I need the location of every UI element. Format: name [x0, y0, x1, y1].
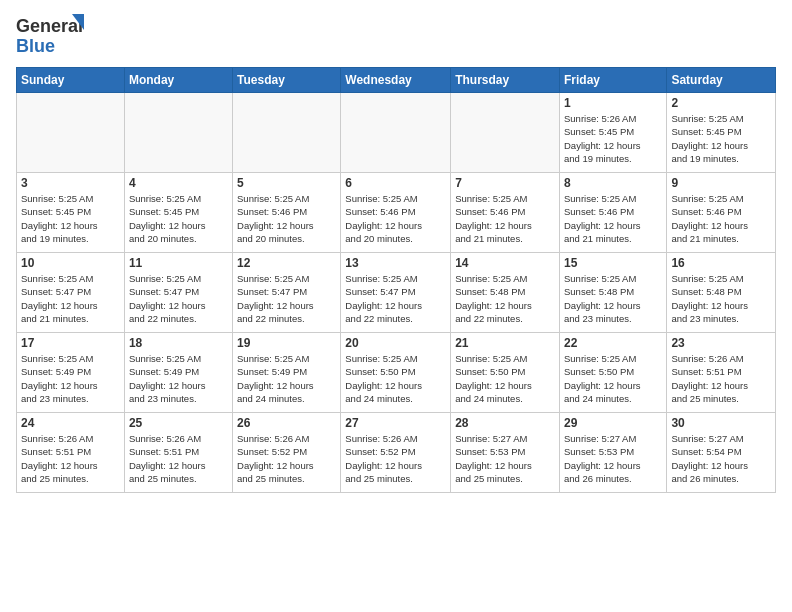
day-cell: 1Sunrise: 5:26 AM Sunset: 5:45 PM Daylig…: [559, 93, 666, 173]
day-info: Sunrise: 5:27 AM Sunset: 5:54 PM Dayligh…: [671, 432, 771, 485]
day-number: 1: [564, 96, 662, 110]
day-number: 4: [129, 176, 228, 190]
day-cell: [17, 93, 125, 173]
day-number: 16: [671, 256, 771, 270]
weekday-header-thursday: Thursday: [451, 68, 560, 93]
day-number: 24: [21, 416, 120, 430]
day-info: Sunrise: 5:25 AM Sunset: 5:45 PM Dayligh…: [21, 192, 120, 245]
day-number: 8: [564, 176, 662, 190]
day-cell: 13Sunrise: 5:25 AM Sunset: 5:47 PM Dayli…: [341, 253, 451, 333]
day-cell: 4Sunrise: 5:25 AM Sunset: 5:45 PM Daylig…: [124, 173, 232, 253]
page: GeneralBlue SundayMondayTuesdayWednesday…: [0, 0, 792, 503]
day-number: 23: [671, 336, 771, 350]
day-info: Sunrise: 5:27 AM Sunset: 5:53 PM Dayligh…: [455, 432, 555, 485]
day-info: Sunrise: 5:26 AM Sunset: 5:51 PM Dayligh…: [129, 432, 228, 485]
day-info: Sunrise: 5:25 AM Sunset: 5:49 PM Dayligh…: [237, 352, 336, 405]
day-number: 29: [564, 416, 662, 430]
weekday-header-monday: Monday: [124, 68, 232, 93]
day-info: Sunrise: 5:25 AM Sunset: 5:48 PM Dayligh…: [564, 272, 662, 325]
day-cell: 25Sunrise: 5:26 AM Sunset: 5:51 PM Dayli…: [124, 413, 232, 493]
day-cell: [124, 93, 232, 173]
header: GeneralBlue: [16, 12, 776, 57]
day-info: Sunrise: 5:26 AM Sunset: 5:52 PM Dayligh…: [345, 432, 446, 485]
day-cell: 15Sunrise: 5:25 AM Sunset: 5:48 PM Dayli…: [559, 253, 666, 333]
day-cell: 3Sunrise: 5:25 AM Sunset: 5:45 PM Daylig…: [17, 173, 125, 253]
day-number: 10: [21, 256, 120, 270]
week-row-0: 1Sunrise: 5:26 AM Sunset: 5:45 PM Daylig…: [17, 93, 776, 173]
day-cell: 7Sunrise: 5:25 AM Sunset: 5:46 PM Daylig…: [451, 173, 560, 253]
day-number: 30: [671, 416, 771, 430]
day-number: 2: [671, 96, 771, 110]
day-info: Sunrise: 5:25 AM Sunset: 5:47 PM Dayligh…: [237, 272, 336, 325]
day-number: 3: [21, 176, 120, 190]
day-cell: 18Sunrise: 5:25 AM Sunset: 5:49 PM Dayli…: [124, 333, 232, 413]
day-cell: 30Sunrise: 5:27 AM Sunset: 5:54 PM Dayli…: [667, 413, 776, 493]
day-number: 5: [237, 176, 336, 190]
weekday-header-wednesday: Wednesday: [341, 68, 451, 93]
day-info: Sunrise: 5:25 AM Sunset: 5:48 PM Dayligh…: [455, 272, 555, 325]
day-info: Sunrise: 5:25 AM Sunset: 5:49 PM Dayligh…: [129, 352, 228, 405]
day-cell: 29Sunrise: 5:27 AM Sunset: 5:53 PM Dayli…: [559, 413, 666, 493]
day-info: Sunrise: 5:25 AM Sunset: 5:49 PM Dayligh…: [21, 352, 120, 405]
day-info: Sunrise: 5:25 AM Sunset: 5:46 PM Dayligh…: [345, 192, 446, 245]
day-number: 21: [455, 336, 555, 350]
day-number: 19: [237, 336, 336, 350]
day-number: 22: [564, 336, 662, 350]
logo-icon: GeneralBlue: [16, 12, 86, 57]
day-cell: [341, 93, 451, 173]
calendar-table: SundayMondayTuesdayWednesdayThursdayFrid…: [16, 67, 776, 493]
day-number: 25: [129, 416, 228, 430]
day-cell: [233, 93, 341, 173]
day-info: Sunrise: 5:26 AM Sunset: 5:52 PM Dayligh…: [237, 432, 336, 485]
day-number: 13: [345, 256, 446, 270]
day-number: 14: [455, 256, 555, 270]
day-number: 26: [237, 416, 336, 430]
day-info: Sunrise: 5:27 AM Sunset: 5:53 PM Dayligh…: [564, 432, 662, 485]
week-row-2: 10Sunrise: 5:25 AM Sunset: 5:47 PM Dayli…: [17, 253, 776, 333]
day-number: 15: [564, 256, 662, 270]
day-number: 7: [455, 176, 555, 190]
day-info: Sunrise: 5:25 AM Sunset: 5:50 PM Dayligh…: [564, 352, 662, 405]
day-number: 27: [345, 416, 446, 430]
svg-text:General: General: [16, 16, 83, 36]
day-number: 17: [21, 336, 120, 350]
day-cell: 20Sunrise: 5:25 AM Sunset: 5:50 PM Dayli…: [341, 333, 451, 413]
day-cell: 10Sunrise: 5:25 AM Sunset: 5:47 PM Dayli…: [17, 253, 125, 333]
week-row-3: 17Sunrise: 5:25 AM Sunset: 5:49 PM Dayli…: [17, 333, 776, 413]
weekday-header-friday: Friday: [559, 68, 666, 93]
day-cell: 27Sunrise: 5:26 AM Sunset: 5:52 PM Dayli…: [341, 413, 451, 493]
day-info: Sunrise: 5:25 AM Sunset: 5:46 PM Dayligh…: [564, 192, 662, 245]
logo: GeneralBlue: [16, 12, 86, 57]
day-cell: 17Sunrise: 5:25 AM Sunset: 5:49 PM Dayli…: [17, 333, 125, 413]
day-info: Sunrise: 5:25 AM Sunset: 5:45 PM Dayligh…: [129, 192, 228, 245]
day-info: Sunrise: 5:26 AM Sunset: 5:51 PM Dayligh…: [21, 432, 120, 485]
day-info: Sunrise: 5:25 AM Sunset: 5:46 PM Dayligh…: [671, 192, 771, 245]
day-info: Sunrise: 5:25 AM Sunset: 5:47 PM Dayligh…: [345, 272, 446, 325]
weekday-header-row: SundayMondayTuesdayWednesdayThursdayFrid…: [17, 68, 776, 93]
day-info: Sunrise: 5:26 AM Sunset: 5:45 PM Dayligh…: [564, 112, 662, 165]
day-cell: 8Sunrise: 5:25 AM Sunset: 5:46 PM Daylig…: [559, 173, 666, 253]
day-number: 20: [345, 336, 446, 350]
day-info: Sunrise: 5:25 AM Sunset: 5:50 PM Dayligh…: [455, 352, 555, 405]
day-cell: 9Sunrise: 5:25 AM Sunset: 5:46 PM Daylig…: [667, 173, 776, 253]
day-number: 12: [237, 256, 336, 270]
day-number: 9: [671, 176, 771, 190]
week-row-1: 3Sunrise: 5:25 AM Sunset: 5:45 PM Daylig…: [17, 173, 776, 253]
day-cell: 23Sunrise: 5:26 AM Sunset: 5:51 PM Dayli…: [667, 333, 776, 413]
day-info: Sunrise: 5:25 AM Sunset: 5:50 PM Dayligh…: [345, 352, 446, 405]
weekday-header-sunday: Sunday: [17, 68, 125, 93]
weekday-header-saturday: Saturday: [667, 68, 776, 93]
day-cell: 5Sunrise: 5:25 AM Sunset: 5:46 PM Daylig…: [233, 173, 341, 253]
day-info: Sunrise: 5:25 AM Sunset: 5:47 PM Dayligh…: [129, 272, 228, 325]
day-cell: [451, 93, 560, 173]
day-cell: 28Sunrise: 5:27 AM Sunset: 5:53 PM Dayli…: [451, 413, 560, 493]
day-cell: 12Sunrise: 5:25 AM Sunset: 5:47 PM Dayli…: [233, 253, 341, 333]
day-info: Sunrise: 5:25 AM Sunset: 5:45 PM Dayligh…: [671, 112, 771, 165]
week-row-4: 24Sunrise: 5:26 AM Sunset: 5:51 PM Dayli…: [17, 413, 776, 493]
day-info: Sunrise: 5:25 AM Sunset: 5:46 PM Dayligh…: [455, 192, 555, 245]
day-cell: 11Sunrise: 5:25 AM Sunset: 5:47 PM Dayli…: [124, 253, 232, 333]
day-cell: 19Sunrise: 5:25 AM Sunset: 5:49 PM Dayli…: [233, 333, 341, 413]
day-cell: 6Sunrise: 5:25 AM Sunset: 5:46 PM Daylig…: [341, 173, 451, 253]
day-cell: 2Sunrise: 5:25 AM Sunset: 5:45 PM Daylig…: [667, 93, 776, 173]
day-cell: 24Sunrise: 5:26 AM Sunset: 5:51 PM Dayli…: [17, 413, 125, 493]
